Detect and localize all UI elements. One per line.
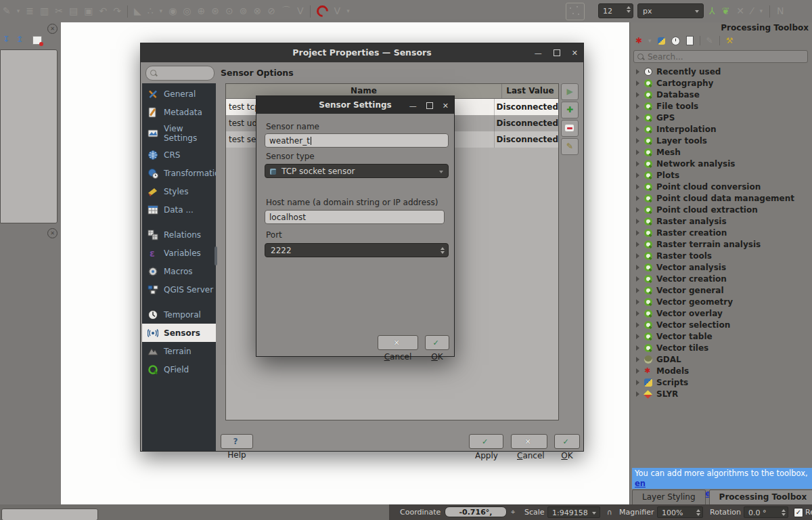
mouse-position-icon[interactable]: ⌖	[511, 504, 515, 520]
edit-features-in-place-icon[interactable]: ✎	[706, 36, 713, 45]
column-header-last-value[interactable]: Last Value	[502, 84, 558, 98]
chevron-right-icon[interactable]	[636, 334, 639, 339]
properties-search-input[interactable]	[145, 66, 215, 81]
toolbox-category-slyr[interactable]: SLYR	[630, 388, 812, 399]
sidebar-item-macros[interactable]: Macros	[142, 262, 216, 280]
chevron-right-icon[interactable]	[636, 311, 639, 316]
chevron-right-icon[interactable]	[636, 322, 639, 328]
toolbox-category-gdal[interactable]: GDAL	[630, 353, 812, 365]
edit-sensor-button[interactable]: ✎	[561, 138, 579, 155]
dropdown-caret-icon[interactable]: ▾	[648, 30, 652, 52]
chevron-right-icon[interactable]	[636, 81, 639, 86]
scale-dropdown[interactable]: 1:949158	[547, 506, 600, 518]
sidebar-item-crs[interactable]: CRS	[142, 146, 216, 164]
enable-providers-link[interactable]: en	[635, 479, 646, 488]
undo-icon[interactable]: ↶	[99, 0, 107, 22]
symbology-dots-button[interactable]	[566, 3, 585, 20]
add-part-icon[interactable]: ⊚	[240, 0, 248, 22]
paste-icon[interactable]: ▣	[84, 0, 93, 22]
chevron-right-icon[interactable]	[636, 357, 639, 362]
trash-icon[interactable]: ▥	[40, 0, 49, 22]
delete-ring-icon[interactable]: ⊗	[254, 0, 262, 22]
toolbox-category[interactable]: Layer tools	[630, 135, 812, 146]
expand-all-icon[interactable]: ↥	[16, 35, 23, 44]
redo-icon[interactable]: ↷	[113, 0, 121, 22]
sidebar-item-temporal[interactable]: Temporal	[142, 305, 216, 324]
chevron-right-icon[interactable]	[636, 150, 639, 155]
dropdown-caret-icon[interactable]: ▾	[17, 0, 20, 22]
toolbox-category-models[interactable]: Models	[630, 365, 812, 376]
chevron-right-icon[interactable]	[636, 207, 639, 213]
split-features-icon[interactable]: V	[297, 0, 304, 22]
toolbox-category[interactable]: Raster analysis	[630, 215, 812, 227]
toolbox-category-scripts[interactable]: Scripts	[630, 376, 812, 388]
copy-move-feature-icon[interactable]: ◎	[183, 0, 191, 22]
toolbox-category[interactable]: Plots	[630, 169, 812, 181]
toolbox-category[interactable]: Raster tools	[630, 250, 812, 261]
chevron-right-icon[interactable]	[636, 173, 639, 178]
dock-close-icon[interactable]: ✕	[47, 228, 58, 238]
toolbox-category[interactable]: Vector analysis	[630, 261, 812, 273]
processing-branch-icon[interactable]: ⅄	[709, 0, 715, 22]
cut-icon[interactable]: ✂	[55, 0, 63, 22]
chevron-right-icon[interactable]	[636, 196, 639, 201]
toolbox-category[interactable]: Network analysis	[630, 158, 812, 169]
remove-sensor-button[interactable]	[561, 120, 579, 137]
layers-panel-empty[interactable]	[0, 49, 58, 223]
toolbox-category[interactable]: Raster terrain analysis	[630, 238, 812, 250]
minimize-icon[interactable]: —	[535, 49, 542, 57]
delete-selected-icon[interactable]: ✕	[736, 0, 744, 22]
dialog-titlebar[interactable]: Project Properties — Sensors — ✕	[141, 43, 583, 62]
north-arrow-icon[interactable]: N	[777, 0, 784, 22]
dropdown-caret-icon[interactable]: ▾	[346, 0, 350, 22]
delete-part-icon[interactable]: ⊘	[267, 0, 275, 22]
tracing-icon[interactable]: V	[334, 0, 341, 22]
sidebar-item-transformations[interactable]: Transformations	[142, 164, 216, 182]
dropdown-caret-icon[interactable]: ▾	[759, 0, 763, 22]
magnifier-spinbox[interactable]: 100%	[657, 506, 703, 518]
rotation-spinbox[interactable]: 0.0 °	[744, 506, 788, 518]
chevron-right-icon[interactable]	[636, 69, 639, 74]
chevron-right-icon[interactable]	[636, 115, 639, 121]
sidebar-item-sensors[interactable]: Sensors	[142, 324, 216, 342]
sidebar-item-qfield[interactable]: QField	[142, 360, 216, 378]
sidebar-item-metadata[interactable]: Metadata	[142, 103, 216, 121]
host-name-input[interactable]: localhost	[265, 210, 445, 224]
tab-processing-toolbox[interactable]: Processing Toolbox	[709, 490, 812, 505]
toolbox-category[interactable]: Vector general	[630, 284, 812, 296]
sidebar-item-terrain[interactable]: Terrain	[142, 342, 216, 360]
chevron-right-icon[interactable]	[636, 276, 639, 282]
render-checkbox[interactable]: ✓	[794, 508, 803, 517]
spinner-arrows-icon[interactable]	[441, 247, 445, 254]
tab-layer-styling[interactable]: Layer Styling	[632, 490, 706, 505]
apply-button[interactable]: ✓Apply	[469, 434, 503, 449]
toolbox-category[interactable]: Vector overlay	[630, 307, 812, 319]
add-record-icon[interactable]: ∴	[148, 0, 154, 22]
copy-icon[interactable]: ▤	[69, 0, 78, 22]
chevron-right-icon[interactable]	[636, 242, 639, 247]
close-icon[interactable]: ✕	[443, 102, 449, 110]
chevron-right-icon[interactable]	[636, 253, 639, 259]
toolbox-category[interactable]: File tools	[630, 100, 812, 112]
sidebar-item-general[interactable]: General	[142, 85, 216, 103]
chevron-right-icon[interactable]	[636, 219, 639, 224]
sidebar-item-view-settings[interactable]: View Settings	[142, 121, 216, 146]
multiedit-icon[interactable]: ≣	[26, 0, 34, 22]
sidebar-item-relations[interactable]: Relations	[142, 225, 216, 244]
toolbox-search-input[interactable]: Search...	[633, 50, 808, 63]
toolbox-category-recently-used[interactable]: Recently used	[630, 66, 812, 77]
chevron-right-icon[interactable]	[636, 288, 639, 293]
ok-button[interactable]: ✓OK	[425, 335, 449, 350]
cancel-button[interactable]: ✕Cancel	[511, 434, 547, 449]
port-spinbox[interactable]: 2222	[265, 243, 449, 257]
maximize-icon[interactable]	[554, 49, 560, 56]
toolbox-category[interactable]: Interpolation	[630, 123, 812, 135]
toolbox-category[interactable]: GPS	[630, 112, 812, 123]
toolbox-category[interactable]: Point cloud extraction	[630, 204, 812, 215]
chevron-right-icon[interactable]	[636, 380, 639, 385]
toolbox-category[interactable]: Point cloud conversion	[630, 181, 812, 192]
toolbox-category[interactable]: Vector geometry	[630, 296, 812, 307]
sidebar-item-styles[interactable]: Styles	[142, 182, 216, 200]
symbol-unit-dropdown[interactable]: px	[637, 3, 704, 18]
toolbox-category[interactable]: Raster creation	[630, 227, 812, 238]
